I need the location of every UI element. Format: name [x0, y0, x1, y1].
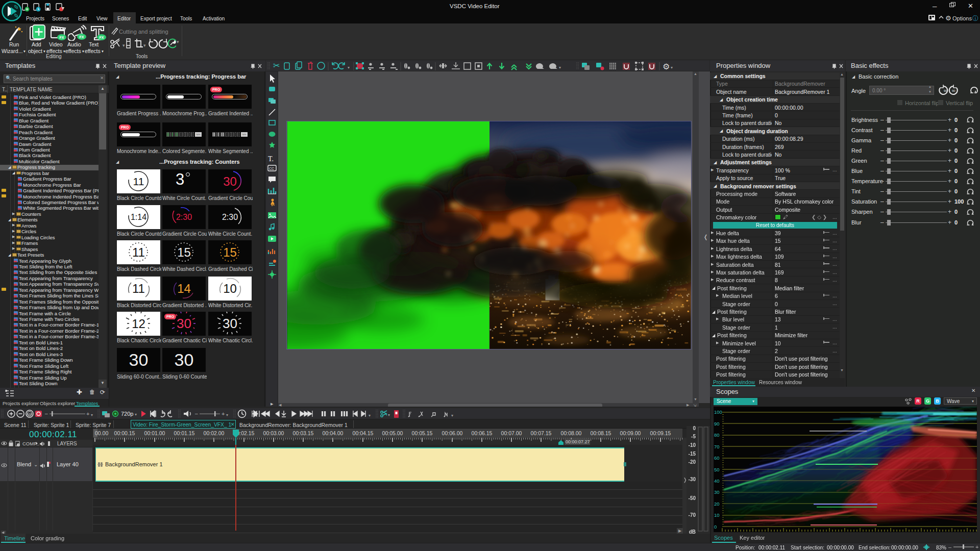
svg-text:90: 90	[714, 421, 720, 427]
svg-text:▾: ▾	[143, 43, 146, 48]
svg-text:00:02.00: 00:02.00	[204, 430, 225, 436]
svg-text:CC: CC	[269, 167, 274, 170]
svg-text:COMP...: COMP...	[22, 441, 40, 446]
svg-text:00:04.15: 00:04.15	[353, 430, 374, 436]
svg-text:00:01.15: 00:01.15	[174, 430, 195, 436]
svg-text:00:05.00: 00:05.00	[382, 430, 403, 436]
svg-text:–: –	[195, 411, 198, 416]
svg-text:-5: -5	[691, 434, 696, 439]
svg-text:-30: -30	[689, 477, 696, 482]
svg-text:▾: ▾	[122, 43, 125, 48]
svg-text:+: +	[86, 411, 89, 417]
svg-text:70: 70	[714, 444, 720, 449]
svg-text:720p: 720p	[121, 411, 133, 417]
svg-text:T.: T.	[268, 155, 274, 163]
svg-text:00:01.00: 00:01.00	[144, 430, 165, 436]
svg-text:30: 30	[714, 489, 720, 495]
svg-text:00:06.00: 00:06.00	[442, 430, 463, 436]
svg-text:LAYERS: LAYERS	[57, 441, 77, 446]
svg-text:⚙: ⚙	[663, 62, 670, 71]
svg-text:-10: -10	[689, 442, 696, 448]
svg-text:00:08.00: 00:08.00	[561, 430, 582, 436]
svg-text:60: 60	[714, 455, 720, 461]
svg-text:50: 50	[714, 467, 720, 472]
svg-text:–: –	[45, 411, 48, 416]
svg-text:✂: ✂	[273, 61, 280, 70]
svg-text:-50: -50	[689, 495, 696, 501]
svg-text:00:09.15: 00:09.15	[650, 430, 671, 436]
svg-text:100: 100	[27, 413, 32, 416]
svg-text:▾: ▾	[369, 413, 371, 418]
svg-text:▾: ▾	[671, 65, 673, 70]
svg-text:0: 0	[714, 524, 717, 530]
svg-text:-20: -20	[689, 459, 696, 465]
svg-text:00:09.00: 00:09.00	[620, 430, 641, 436]
svg-text:▾: ▾	[559, 65, 561, 70]
svg-text:90: 90	[952, 89, 955, 92]
svg-text:▾: ▾	[91, 413, 93, 417]
svg-text:FX: FX	[80, 35, 84, 39]
svg-text:▾: ▾	[348, 65, 350, 70]
svg-text:100: 100	[714, 409, 722, 415]
svg-text:90: 90	[944, 89, 947, 92]
svg-text:40: 40	[714, 478, 720, 484]
svg-text:20: 20	[714, 501, 720, 507]
svg-text:FX: FX	[60, 36, 64, 39]
svg-text:+: +	[222, 411, 225, 417]
svg-text:▾: ▾	[135, 412, 137, 417]
svg-text:00.00: 00.00	[95, 430, 108, 436]
svg-text:▾: ▾	[226, 413, 228, 417]
svg-text:10: 10	[714, 512, 720, 518]
svg-text:00:08.15: 00:08.15	[591, 430, 611, 436]
svg-text:00:00.15: 00:00.15	[114, 430, 135, 436]
svg-text:▾: ▾	[388, 413, 390, 417]
svg-text:00:05.15: 00:05.15	[412, 430, 433, 436]
svg-text:FX: FX	[100, 36, 104, 39]
svg-text:00:06.15: 00:06.15	[472, 430, 493, 436]
svg-text:0: 0	[693, 426, 696, 431]
svg-text:-15: -15	[689, 451, 696, 457]
svg-text:00:07.00: 00:07.00	[501, 430, 522, 436]
svg-text:-70: -70	[689, 512, 696, 518]
svg-text:00:04.00: 00:04.00	[323, 430, 344, 436]
svg-text:dB: dB	[689, 529, 696, 534]
svg-text:▾: ▾	[451, 413, 453, 418]
svg-text:00:07.15: 00:07.15	[531, 430, 552, 436]
svg-text:80: 80	[714, 432, 720, 438]
svg-text:00:03.00: 00:03.00	[263, 430, 284, 436]
svg-text:00:03.15: 00:03.15	[293, 430, 314, 436]
